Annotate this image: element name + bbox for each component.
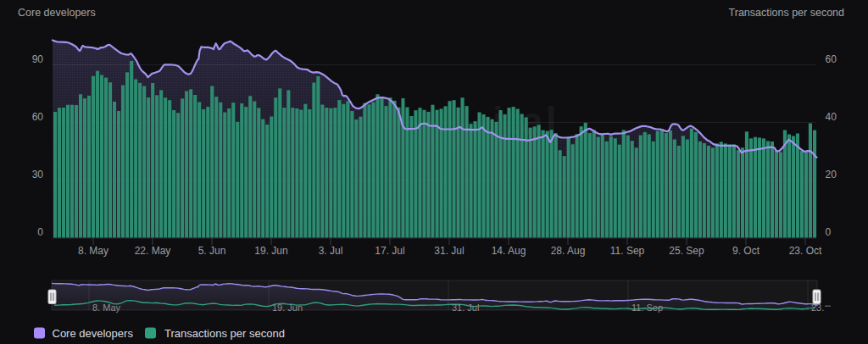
svg-text:19. Jun: 19. Jun — [272, 302, 303, 313]
svg-text:31. Jul: 31. Jul — [434, 245, 464, 257]
svg-text:9. Oct: 9. Oct — [732, 245, 760, 257]
svg-text:22. May: 22. May — [135, 245, 171, 257]
svg-text:Core developers: Core developers — [18, 7, 96, 19]
svg-text:60: 60 — [826, 53, 837, 65]
svg-text:40: 40 — [826, 111, 837, 123]
svg-text:8. May: 8. May — [92, 302, 121, 313]
svg-text:3. Jul: 3. Jul — [319, 245, 343, 257]
svg-text:90: 90 — [32, 53, 44, 65]
svg-text:60: 60 — [32, 111, 44, 123]
svg-text:Transactions per second: Transactions per second — [164, 327, 285, 340]
svg-text:28. Aug: 28. Aug — [551, 245, 586, 257]
svg-text:0: 0 — [37, 226, 43, 238]
svg-text:11. Sep: 11. Sep — [610, 245, 645, 257]
svg-text:5. Jun: 5. Jun — [198, 245, 226, 257]
svg-text:23. Oct: 23. Oct — [789, 245, 822, 257]
svg-text:19. Jun: 19. Jun — [254, 245, 287, 257]
svg-text:30: 30 — [32, 169, 44, 180]
svg-text:14. Aug: 14. Aug — [492, 245, 526, 257]
svg-text:0: 0 — [826, 226, 832, 238]
svg-text:20: 20 — [826, 169, 837, 180]
svg-text:17. Jul: 17. Jul — [375, 245, 404, 257]
svg-text:31. Jul: 31. Jul — [452, 302, 479, 313]
svg-text:25. Sep: 25. Sep — [669, 245, 704, 257]
svg-text:Transactions per second: Transactions per second — [729, 7, 844, 19]
svg-text:Core developers: Core developers — [53, 327, 134, 340]
svg-text:8. May: 8. May — [78, 245, 108, 257]
svg-text:11. Sep: 11. Sep — [632, 302, 663, 313]
